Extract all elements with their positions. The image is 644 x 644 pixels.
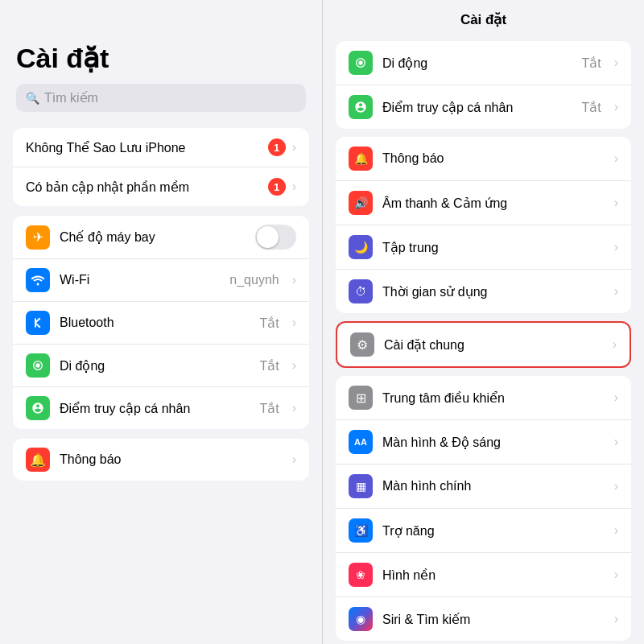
bluetooth-label: Bluetooth xyxy=(60,316,250,330)
right-display-chevron: › xyxy=(614,435,618,449)
right-siri-label: Siri & Tìm kiếm xyxy=(382,612,605,627)
right-hotspot-chevron: › xyxy=(614,100,618,114)
right-notification-chevron: › xyxy=(614,151,618,166)
right-homescreen-chevron: › xyxy=(614,479,618,493)
right-focus-icon: 🌙 xyxy=(349,235,373,259)
right-screentime-icon: ⏱ xyxy=(349,279,373,303)
bluetooth-icon xyxy=(26,311,50,335)
notification-section-left: 🔔 Thông báo › xyxy=(13,439,309,481)
wifi-row[interactable]: Wi-Fi n_quynh › xyxy=(13,259,309,302)
right-wallpaper-label: Hình nền xyxy=(382,568,605,583)
airplane-toggle[interactable] xyxy=(255,225,296,250)
mobile-chevron: › xyxy=(292,358,296,373)
right-general-icon: ⚙ xyxy=(350,332,374,357)
right-mobile-row[interactable]: Di động Tắt › xyxy=(336,41,631,85)
mobile-label: Di động xyxy=(60,358,250,374)
alert-row-backup[interactable]: Không Thể Sao Lưu iPhone 1 › xyxy=(13,128,309,167)
wifi-chevron: › xyxy=(292,273,296,287)
right-controlcenter-chevron: › xyxy=(614,390,618,405)
right-hotspot-label: Điểm truy cập cá nhân xyxy=(382,100,572,115)
right-screentime-label: Thời gian sử dụng xyxy=(382,284,605,299)
right-sound-row[interactable]: 🔊 Âm thanh & Cảm ứng › xyxy=(336,181,631,225)
right-mobile-label: Di động xyxy=(382,56,572,71)
hotspot-value: Tắt xyxy=(259,401,279,416)
alert-backup-right: 1 › xyxy=(268,138,296,156)
right-homescreen-row[interactable]: ▦ Màn hình chính › xyxy=(336,464,631,509)
wifi-icon xyxy=(26,268,50,292)
airplane-label: Chế độ máy bay xyxy=(60,229,246,245)
left-header: Cài đặt 🔍 Tìm kiếm xyxy=(0,0,322,118)
right-controlcenter-row[interactable]: ⊞ Trung tâm điều khiển › xyxy=(336,376,631,420)
alert-update-badge: 1 xyxy=(268,178,286,196)
right-general-label: Cài đặt chung xyxy=(384,337,603,353)
right-hotspot-value: Tắt xyxy=(581,100,601,115)
bluetooth-chevron: › xyxy=(292,316,296,330)
hotspot-row[interactable]: Điểm truy cập cá nhân Tắt › xyxy=(13,387,309,429)
alert-row-update[interactable]: Có bản cập nhật phần mềm 1 › xyxy=(13,167,309,206)
mobile-value: Tắt xyxy=(259,358,279,374)
right-mobile-icon xyxy=(349,51,373,75)
hotspot-label: Điểm truy cập cá nhân xyxy=(60,401,250,416)
right-mobile-chevron: › xyxy=(614,56,618,70)
right-display-row[interactable]: AA Màn hình & Độ sáng › xyxy=(336,420,631,464)
right-screentime-row[interactable]: ⏱ Thời gian sử dụng › xyxy=(336,270,631,313)
right-homescreen-label: Màn hình chính xyxy=(382,479,605,493)
right-hotspot-row[interactable]: Điểm truy cập cá nhân Tắt › xyxy=(336,85,631,129)
right-display-icon: AA xyxy=(349,430,373,454)
right-focus-row[interactable]: 🌙 Tập trung › xyxy=(336,225,631,270)
right-siri-row[interactable]: ◉ Siri & Tìm kiếm › xyxy=(336,597,631,641)
hotspot-chevron: › xyxy=(292,401,296,415)
right-focus-chevron: › xyxy=(614,240,618,254)
network-settings-section: ✈ Chế độ máy bay Wi-Fi n_quynh › xyxy=(13,216,309,429)
bluetooth-row[interactable]: Bluetooth Tắt › xyxy=(13,302,309,345)
right-accessibility-row[interactable]: ♿ Trợ năng › xyxy=(336,509,631,553)
right-title: Cài đặt xyxy=(336,11,631,28)
right-sound-icon: 🔊 xyxy=(349,191,373,215)
right-wallpaper-chevron: › xyxy=(614,568,618,582)
alert-update-right: 1 › xyxy=(268,178,296,196)
right-top-section: Di động Tắt › Điểm truy cập cá nhân Tắt … xyxy=(336,41,631,129)
chevron-icon-2: › xyxy=(292,180,296,194)
left-title: Cài đặt xyxy=(16,42,306,74)
right-siri-chevron: › xyxy=(614,612,618,626)
right-homescreen-icon: ▦ xyxy=(349,474,373,498)
mobile-icon xyxy=(26,353,50,378)
search-icon: 🔍 xyxy=(26,92,39,105)
notification-icon-left: 🔔 xyxy=(26,448,50,472)
notification-label-left: Thông báo xyxy=(60,452,283,467)
airplane-mode-row[interactable]: ✈ Chế độ máy bay xyxy=(13,216,309,259)
airplane-icon: ✈ xyxy=(26,225,50,250)
left-panel: Cài đặt 🔍 Tìm kiếm Không Thể Sao Lưu iPh… xyxy=(0,0,322,644)
right-display-label: Màn hình & Độ sáng xyxy=(382,435,605,450)
right-mobile-value: Tắt xyxy=(581,56,601,71)
right-header: Cài đặt xyxy=(323,0,644,41)
alert-update-label: Có bản cập nhật phần mềm xyxy=(26,180,189,195)
right-notification-row[interactable]: 🔔 Thông báo › xyxy=(336,137,631,181)
right-general-row[interactable]: ⚙ Cài đặt chung › xyxy=(337,323,630,366)
right-focus-label: Tập trung xyxy=(382,240,605,255)
right-notifications-section: 🔔 Thông báo › 🔊 Âm thanh & Cảm ứng › 🌙 T… xyxy=(336,137,631,313)
alert-backup-badge: 1 xyxy=(268,138,286,156)
left-content: Không Thể Sao Lưu iPhone 1 › Có bản cập … xyxy=(0,118,322,500)
search-placeholder: Tìm kiếm xyxy=(44,90,98,105)
right-accessibility-label: Trợ năng xyxy=(382,523,605,539)
right-siri-icon: ◉ xyxy=(349,607,373,631)
right-wallpaper-row[interactable]: ❀ Hình nền › xyxy=(336,553,631,597)
right-screentime-chevron: › xyxy=(614,284,618,299)
notification-row-left[interactable]: 🔔 Thông báo › xyxy=(13,439,309,481)
right-wallpaper-icon: ❀ xyxy=(349,563,373,587)
alert-section: Không Thể Sao Lưu iPhone 1 › Có bản cập … xyxy=(13,128,309,206)
right-sound-label: Âm thanh & Cảm ứng xyxy=(382,196,605,211)
wifi-value: n_quynh xyxy=(229,273,279,287)
general-settings-highlighted: ⚙ Cài đặt chung › xyxy=(336,321,631,368)
svg-point-3 xyxy=(358,60,362,64)
right-sound-chevron: › xyxy=(614,196,618,210)
search-bar[interactable]: 🔍 Tìm kiếm xyxy=(16,84,306,112)
chevron-icon: › xyxy=(292,140,296,155)
hotspot-icon xyxy=(26,396,50,420)
right-hotspot-icon xyxy=(349,95,373,119)
right-notification-label: Thông báo xyxy=(382,151,605,166)
mobile-row[interactable]: Di động Tắt › xyxy=(13,345,309,387)
wifi-label: Wi-Fi xyxy=(60,273,220,287)
right-content: Di động Tắt › Điểm truy cập cá nhân Tắt … xyxy=(323,41,644,644)
